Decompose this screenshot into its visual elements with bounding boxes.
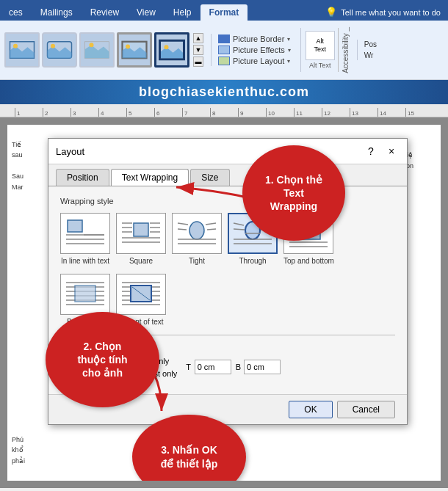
picture-layout-btn[interactable]: Picture Layout ▾ [216,56,293,66]
pic-style-1-icon [9,39,35,61]
styles-expand[interactable]: ▬ [193,57,203,67]
dist-top: T [186,360,231,374]
dialog-titlebar: Layout ? × [48,139,407,164]
accessibility-label: Accessibility _ [342,27,350,73]
pic-style-4-icon [121,39,148,61]
ribbon-content: ▲ ▼ ▬ Picture Border ▾ Picture Effects ▾… [0,21,448,79]
styles-scroll-down[interactable]: ▼ [193,45,203,55]
tab-help[interactable]: Help [165,4,200,21]
dialog-titlebar-buttons: ? × [363,143,400,159]
dialog-help-btn[interactable]: ? [363,143,379,159]
wrap-through-label: Through [239,257,266,265]
dist-bottom: B [236,360,281,374]
picture-effects-icon [218,46,230,54]
ruler-mark-5: 5 [126,108,154,117]
tab-format[interactable]: Format [200,4,248,21]
ruler-mark-2: 2 [43,108,71,117]
pic-style-2[interactable] [42,32,77,68]
doc-text-bottom: Phúkhổphải [12,434,25,466]
cancel-button[interactable]: Cancel [337,401,395,418]
ruler-mark-12: 12 [322,108,350,117]
wrap-tight[interactable]: Tight [172,213,222,265]
dist-bottom-input[interactable] [244,360,281,374]
svg-point-7 [126,45,130,49]
ribbon: ces Mailings Review View Help Format 💡 T… [0,0,448,80]
alt-text-btn[interactable]: AltText [306,31,335,60]
styles-scroll-up[interactable]: ▲ [193,33,203,43]
ruler-mark-1: 1 [15,108,43,117]
wrap-inline[interactable]: In line with text [60,213,110,265]
svg-point-3 [51,44,55,48]
ruler-mark-10: 10 [266,108,294,117]
watermark-bar: blogchiasekienthuc.com [0,80,448,104]
dialog-tabs: Position Text Wrapping Size [48,164,407,186]
picture-effects-chevron: ▾ [288,47,291,54]
picture-border-btn[interactable]: Picture Border ▾ [216,34,293,44]
wrap-square-icon [116,213,166,254]
svg-rect-16 [75,285,95,302]
doc-area: TiếsauSauMar ệnghiệw Lon Phúkhổphải Layo… [0,117,448,488]
ruler-marks: 1 2 3 4 5 6 7 8 9 10 11 12 13 14 15 [15,108,433,117]
ruler-mark-13: 13 [350,108,377,117]
tell-me-bar[interactable]: 💡 Tell me what you want to do [318,4,448,21]
pic-style-4[interactable] [117,32,152,68]
pic-style-5[interactable] [154,32,189,68]
annotation-1: 1. Chọn thẻTextWrapping [242,145,345,241]
wrap-square[interactable]: Square [116,213,166,265]
annotation-2: 2. Chọnthuộc tínhcho ảnh [46,312,159,407]
tab-mailings[interactable]: Mailings [32,4,82,21]
dialog-title: Layout [56,146,84,157]
wrap-behind-icon [60,274,110,315]
wrap-tight-label: Tight [189,257,205,265]
picture-effects-btn[interactable]: Picture Effects ▾ [216,45,293,55]
ruler: 1 2 3 4 5 6 7 8 9 10 11 12 13 14 15 [0,104,448,117]
wrap-infront-icon [116,274,166,315]
dialog-tab-position[interactable]: Position [56,169,109,186]
picture-border-chevron: ▾ [287,36,290,43]
tab-ces[interactable]: ces [0,4,32,21]
dialog-tab-text-wrapping[interactable]: Text Wrapping [111,169,189,186]
picture-styles-group: ▲ ▼ ▬ [4,32,203,68]
svg-point-5 [90,43,94,47]
ruler-mark-14: 14 [377,108,405,117]
pic-style-1[interactable] [4,32,40,68]
pic-style-5-icon [159,39,185,61]
ruler-mark-15: 15 [405,108,433,117]
alt-text-label: Alt Text [309,62,330,69]
picture-layout-chevron: ▾ [287,58,290,65]
ruler-mark-9: 9 [238,108,266,117]
ruler-mark-11: 11 [294,108,322,117]
doc-page: TiếsauSauMar ệnghiệw Lon Phúkhổphải Layo… [7,125,441,481]
pic-style-3[interactable] [79,32,115,68]
svg-rect-11 [68,220,82,232]
doc-text-left: TiếsauSauMar [12,139,50,192]
wrap-tight-icon [172,213,222,254]
svg-point-13 [189,222,204,239]
dialog-close-btn[interactable]: × [383,143,400,159]
wr-btn[interactable]: Wr [362,51,379,60]
wrap-square-label: Square [129,257,153,265]
picture-layout-icon [218,57,230,65]
dialog-tab-size[interactable]: Size [190,169,229,186]
svg-point-1 [13,44,18,48]
pic-style-3-icon [84,39,110,61]
ruler-mark-3: 3 [71,108,98,117]
svg-rect-12 [134,223,148,236]
pic-style-2-icon [46,39,73,61]
picture-border-icon [218,34,230,43]
ruler-mark-6: 6 [154,108,182,117]
ruler-mark-7: 7 [182,108,210,117]
svg-point-10 [165,45,169,49]
lightbulb-icon: 💡 [325,7,337,18]
wrap-styles-row1: In line with text [60,213,395,265]
tab-view[interactable]: View [128,4,165,21]
ruler-mark-8: 8 [210,108,238,117]
wrap-top-bottom-label: Top and bottom [283,257,334,265]
dist-top-input[interactable] [195,360,231,374]
ribbon-tab-bar: ces Mailings Review View Help Format 💡 T… [0,0,448,21]
tab-review[interactable]: Review [82,4,128,21]
ok-button[interactable]: OK [289,401,332,418]
ruler-mark-4: 4 [98,108,126,117]
distance-fields: T B [186,360,281,374]
pos-btn[interactable]: Pos [362,40,379,49]
